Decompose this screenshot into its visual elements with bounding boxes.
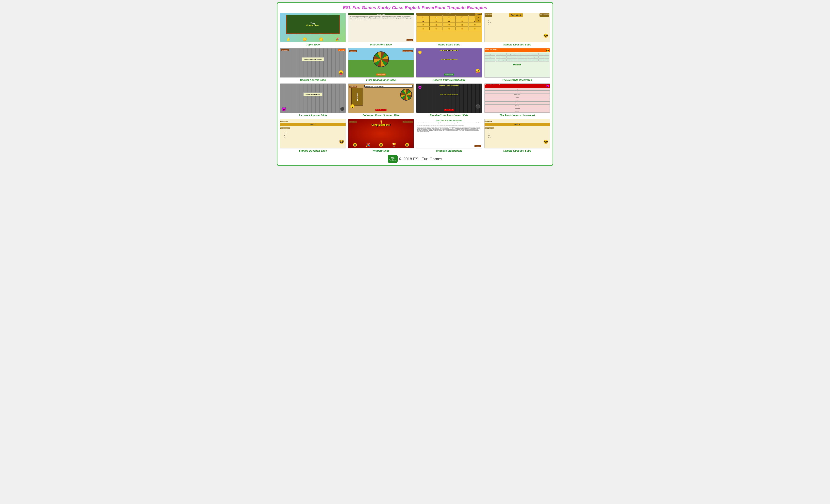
back-board-fieldgoal[interactable]: Back to Board: [349, 50, 357, 52]
punishments-header-row: Receive Your Punishment! 😈: [485, 84, 550, 88]
board-cell: 😊: [417, 15, 429, 19]
rewards-emoji-top-right: 😎: [546, 49, 549, 52]
back-board-winners[interactable]: Back to Board: [349, 121, 357, 123]
option-a: a.: [488, 20, 546, 21]
detention-nav-left: Back to Board: [349, 84, 357, 88]
template-inst-title: Kooky Class Description & Instructions: [416, 119, 482, 121]
back-inst-jock[interactable]: Back to Instructions: [485, 127, 494, 129]
jock-title: Jock 1: [485, 123, 550, 126]
punishment-cell: another student 1 point: [485, 99, 550, 102]
slide-cell-detention: Back to Board Back to Instructions DETEN…: [348, 84, 414, 117]
logo-fun-games: Fun Games: [389, 159, 396, 161]
board-grid: 😊 😄 😊 😄 😊 😄 😊 😄 😊 😄 😊 😄 😊 😄 😊 😄: [416, 15, 482, 31]
logo-esl: ESL: [391, 157, 395, 159]
correct-nav: Back to Board Go To Field: [280, 49, 346, 51]
go-field-btn[interactable]: Go To Field: [338, 49, 345, 51]
topic-slide-label: Topic Slide: [306, 43, 320, 46]
board-cell: 😄: [469, 27, 481, 30]
rewards-table-title: Receive Your Reward!: [485, 49, 498, 52]
get-punishment-btn[interactable]: Get Your Punishment!: [375, 109, 387, 111]
back-board-jock[interactable]: Back to Board: [485, 121, 492, 122]
reward-cell: Go to class. Lose 1 pts: [496, 53, 506, 56]
winner-emoji5: 😄: [405, 143, 409, 147]
to-board-template-btn[interactable]: To Board: [475, 145, 481, 147]
footer-text: © 2018 ESL Fun Games: [399, 157, 442, 161]
page-title: ESL Fun Games Kooky Class English PowerP…: [280, 5, 550, 10]
score-a: A: [476, 15, 478, 17]
back-board-punishment[interactable]: Back to Board!: [444, 109, 454, 111]
option-c: c.: [488, 24, 546, 26]
reward-board-preview: Receive Your Reward! You Deserve a Rewar…: [416, 48, 482, 78]
punishment-board-label: Receive Your Punishment Slide: [430, 114, 468, 117]
back-inst-winners[interactable]: Back to Instructions: [403, 121, 413, 123]
incorrect-locker-bg: [280, 84, 346, 113]
slide-cell-nerd: Back to Board Nerd 1 Back to Instruction…: [280, 119, 346, 152]
jock-option-b: b.: [488, 134, 546, 136]
board-header: Kooky Class: [416, 13, 482, 14]
score-g: G: [478, 19, 481, 20]
slide-cell-winners: Back to Board Back to Instructions Congr…: [348, 119, 414, 152]
board-cell: 😊: [469, 23, 481, 27]
correct-slide-label: Correct Answer Slide: [300, 78, 326, 82]
reward-board-emoji: 😛: [475, 69, 480, 73]
jock-nav: Back to Board Jock 1 Back to Instruction…: [485, 119, 550, 129]
board-cell: 😊: [443, 15, 455, 19]
board-cell: 😊: [443, 23, 455, 27]
reward-board-label: Receive Your Reward Slide: [433, 78, 466, 82]
nerd-slide-preview: Back to Board Nerd 1 Back to Instruction…: [280, 119, 346, 149]
instructions-slide-preview: Kooky Class Lorem ipsum dolor sit amet, …: [348, 13, 414, 42]
slide-cell-correct: Back to Board Go To Field You Deserve a …: [280, 48, 346, 82]
scoreboard-title: Scoreboard: [476, 14, 481, 15]
rewards-table-grid: Lose 1 point Go to class. Lose 1 pts Lis…: [485, 52, 550, 62]
gameboard-slide-label: Game Board Slide: [438, 43, 460, 46]
winners-slide-preview: Back to Board Back to Instructions Congr…: [348, 119, 414, 149]
to-board-btn[interactable]: To Board: [407, 39, 413, 41]
prankster-options: a. b. c c.: [485, 17, 550, 28]
punishments-table-label: The Punishments Uncovered: [500, 114, 535, 117]
back-board-btn-rewards[interactable]: Back to Board!: [513, 64, 521, 65]
back-inst-nerd[interactable]: Back to Instructions: [280, 127, 290, 129]
back-board-nerd[interactable]: Back to Board: [280, 121, 288, 122]
jock-option-c: c. c: [488, 136, 546, 138]
score-e: E: [478, 15, 481, 17]
back-board-btn-p1[interactable]: Back to Board: [485, 13, 492, 17]
nerd-nav: Back to Board Nerd 1 Back to Instruction…: [280, 119, 346, 129]
slide-cell-instructions: Kooky Class Lorem ipsum dolor sit amet, …: [348, 13, 414, 46]
speech-bubble: EEEWH! WHAT IS THAT AWFUL SMELL?: [364, 85, 413, 88]
char3: 😊: [319, 37, 323, 41]
locker-bg: [280, 49, 346, 77]
back-board-detention[interactable]: Back to Board: [349, 86, 357, 88]
board-cell: 😄: [430, 15, 443, 19]
board-cell: 😊: [456, 19, 469, 23]
jock-option-a: a.: [488, 132, 546, 134]
slide-cell-topic: Topic Kooky Class 🌟 😄 😊 🎉 Topic Slide: [280, 13, 346, 46]
back-inst-btn-p1[interactable]: Back to Instructions: [540, 13, 549, 17]
instructions-slide-label: Instructions Slide: [370, 43, 392, 46]
main-container: ESL Fun Games Kooky Class English PowerP…: [277, 2, 553, 166]
inst-header: Kooky Class: [348, 13, 414, 15]
kooky-label: Kooky Class: [306, 24, 319, 27]
winner-emoji2: 🎉: [366, 143, 370, 147]
rewards-table-label: The Rewards Uncovered: [502, 78, 532, 82]
reward-cell: Lose 1 point: [517, 56, 528, 59]
winners-nav-left: Back to Board: [349, 120, 357, 123]
winner-emoji1: 😄: [353, 143, 357, 147]
punishment-cell: You sing your song: [485, 107, 550, 110]
slide-cell-reward-board: Receive Your Reward! You Deserve a Rewar…: [416, 48, 482, 82]
nerd-title: Nerd 1: [280, 123, 346, 126]
slides-grid: Topic Kooky Class 🌟 😄 😊 🎉 Topic Slide Ko…: [280, 13, 550, 152]
fieldgoal-nav-right: Back to Instructions: [403, 49, 413, 52]
option-b: b. c: [488, 22, 546, 23]
ball-bottom-right: ⚫: [475, 104, 480, 109]
template-inst-label: Template Instructions: [436, 149, 462, 152]
reward-cell: Lose 1 point: [485, 53, 496, 56]
jock-slide-preview: Back to Board Jock 1 Back to Instruction…: [484, 119, 550, 149]
reward-cell: Lose 1 here: [539, 53, 549, 56]
footer-logo: ESL Fun Games: [388, 155, 397, 163]
back-inst-fieldgoal[interactable]: Back to Instructions: [403, 50, 413, 52]
back-board-reward[interactable]: Back to Board!: [444, 73, 454, 75]
get-reward-btn[interactable]: Get Your Reward!: [376, 73, 386, 75]
incorrect-slide-label: Incorrect Answer Slide: [299, 114, 327, 117]
back-board-correct[interactable]: Back to Board: [281, 49, 289, 51]
nerd-option-b: b.: [284, 134, 342, 136]
